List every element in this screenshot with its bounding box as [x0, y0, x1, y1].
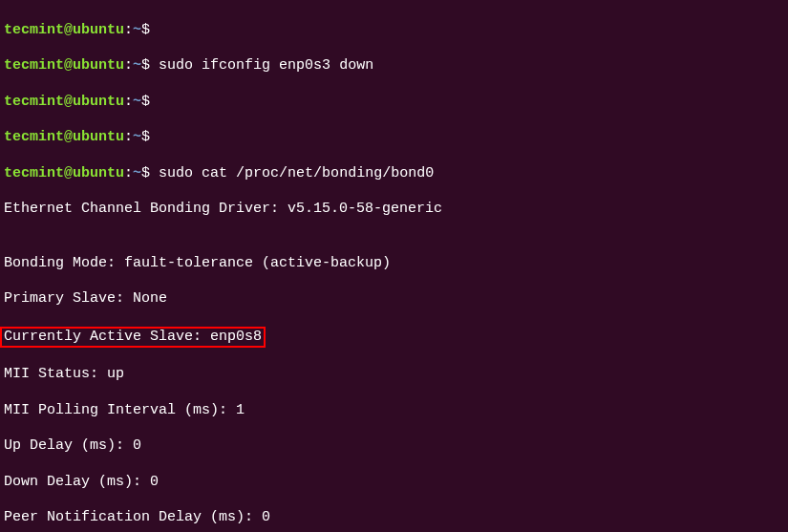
prompt-dollar: $ — [141, 165, 150, 181]
prompt-line-1: tecmint@ubuntu:~$ — [4, 22, 784, 40]
prompt-line-2: tecmint@ubuntu:~$ sudo ifconfig enp0s3 d… — [4, 57, 784, 75]
output-active-slave-wrapper: Currently Active Slave: enp0s8 — [4, 327, 784, 349]
prompt-path: ~ — [133, 129, 141, 145]
prompt-host: ubuntu — [73, 22, 124, 38]
prompt-dollar: $ — [141, 57, 150, 74]
prompt-user: tecmint — [4, 57, 64, 74]
prompt-at: @ — [64, 57, 73, 74]
prompt-line-4: tecmint@ubuntu:~$ — [4, 129, 784, 147]
prompt-user: tecmint — [4, 94, 64, 110]
prompt-colon: : — [124, 22, 133, 38]
prompt-colon: : — [124, 165, 133, 181]
output-down-delay: Down Delay (ms): 0 — [4, 474, 784, 492]
prompt-user: tecmint — [4, 165, 64, 181]
prompt-host: ubuntu — [73, 94, 124, 110]
output-active-slave: Currently Active Slave: enp0s8 — [4, 329, 262, 345]
prompt-user: tecmint — [4, 129, 64, 145]
prompt-path: ~ — [133, 22, 141, 38]
prompt-host: ubuntu — [73, 129, 124, 145]
prompt-colon: : — [124, 94, 133, 110]
prompt-user: tecmint — [4, 22, 64, 38]
prompt-host: ubuntu — [73, 165, 124, 181]
output-peer-notification: Peer Notification Delay (ms): 0 — [4, 509, 784, 527]
prompt-colon: : — [124, 129, 133, 145]
output-driver: Ethernet Channel Bonding Driver: v5.15.0… — [4, 201, 784, 219]
prompt-path: ~ — [133, 165, 141, 181]
prompt-line-5: tecmint@ubuntu:~$ sudo cat /proc/net/bon… — [4, 165, 784, 183]
prompt-dollar: $ — [141, 94, 150, 110]
prompt-dollar: $ — [141, 129, 150, 145]
prompt-host: ubuntu — [73, 57, 124, 74]
prompt-line-3: tecmint@ubuntu:~$ — [4, 94, 784, 112]
output-mii-status: MII Status: up — [4, 366, 784, 384]
output-up-delay: Up Delay (ms): 0 — [4, 437, 784, 456]
prompt-at: @ — [64, 165, 73, 181]
highlight-box: Currently Active Slave: enp0s8 — [0, 327, 266, 349]
prompt-path: ~ — [133, 57, 141, 74]
prompt-at: @ — [64, 129, 73, 145]
prompt-at: @ — [64, 22, 73, 38]
prompt-colon: : — [124, 57, 133, 74]
output-primary-slave: Primary Slave: None — [4, 290, 784, 309]
prompt-path: ~ — [133, 94, 141, 110]
output-bonding-mode: Bonding Mode: fault-tolerance (active-ba… — [4, 255, 784, 273]
prompt-at: @ — [64, 94, 73, 110]
prompt-dollar: $ — [141, 22, 150, 38]
command-input[interactable]: sudo cat /proc/net/bonding/bond0 — [150, 165, 434, 181]
command-input[interactable]: sudo ifconfig enp0s3 down — [150, 57, 373, 74]
terminal-window[interactable]: tecmint@ubuntu:~$ tecmint@ubuntu:~$ sudo… — [4, 4, 784, 532]
output-mii-polling: MII Polling Interval (ms): 1 — [4, 402, 784, 420]
